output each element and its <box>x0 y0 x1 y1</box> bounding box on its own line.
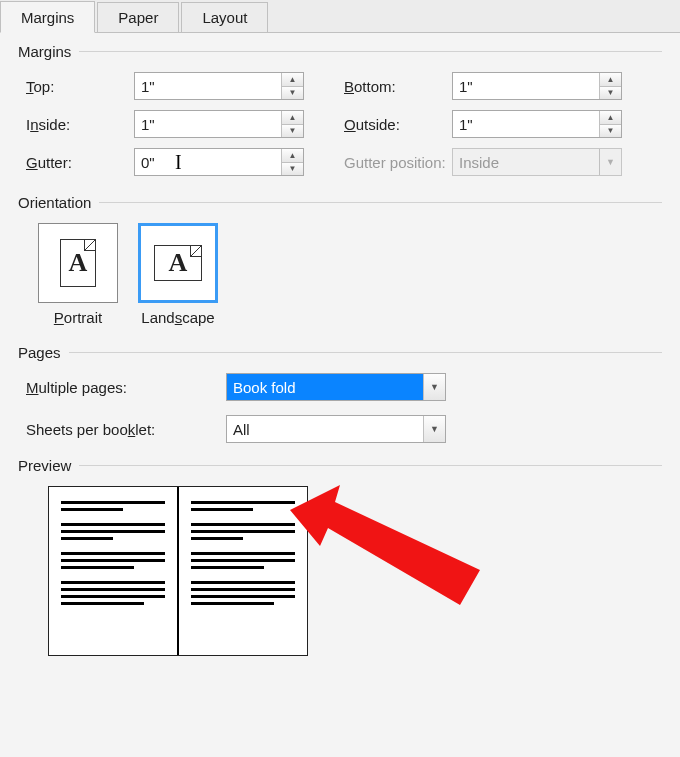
gutter-value[interactable]: 0"I <box>135 149 281 175</box>
spin-up-icon[interactable]: ▲ <box>600 111 621 124</box>
divider <box>69 352 662 353</box>
spin-down-icon[interactable]: ▼ <box>600 86 621 100</box>
portrait-label: Portrait <box>38 309 118 326</box>
chevron-down-icon: ▼ <box>599 149 621 175</box>
tab-margins[interactable]: Margins <box>0 1 95 33</box>
section-preview-label: Preview <box>18 457 71 474</box>
section-margins-label: Margins <box>18 43 71 60</box>
tab-bar: Margins Paper Layout <box>0 0 680 33</box>
gutter-label: Gutter: <box>26 154 134 171</box>
gutter-position-dropdown: Inside ▼ <box>452 148 622 176</box>
multiple-pages-dropdown[interactable]: Book fold ▼ <box>226 373 446 401</box>
spin-up-icon[interactable]: ▲ <box>282 73 303 86</box>
bottom-value[interactable]: 1" <box>453 73 599 99</box>
landscape-label: Landscape <box>138 309 218 326</box>
orientation-landscape[interactable]: A Landscape <box>138 223 218 326</box>
sheets-per-booklet-dropdown[interactable]: All ▼ <box>226 415 446 443</box>
gutter-position-value: Inside <box>453 149 599 175</box>
outside-value[interactable]: 1" <box>453 111 599 137</box>
gutter-spinner[interactable]: 0"I ▲▼ <box>134 148 304 176</box>
tab-layout[interactable]: Layout <box>181 2 268 32</box>
sheets-per-booklet-value: All <box>227 416 423 442</box>
section-orientation-label: Orientation <box>18 194 91 211</box>
page-portrait-icon: A <box>60 239 96 287</box>
spin-down-icon[interactable]: ▼ <box>282 124 303 138</box>
section-pages-label: Pages <box>18 344 61 361</box>
chevron-down-icon[interactable]: ▼ <box>423 416 445 442</box>
sheets-per-booklet-label: Sheets per booklet: <box>26 421 226 438</box>
gutter-position-label: Gutter position: <box>344 154 452 171</box>
preview-icon <box>48 486 308 656</box>
bottom-label: Bottom: <box>344 78 452 95</box>
spin-down-icon[interactable]: ▼ <box>282 86 303 100</box>
outside-spinner[interactable]: 1" ▲▼ <box>452 110 622 138</box>
divider <box>79 465 662 466</box>
text-cursor-icon: I <box>175 151 182 174</box>
outside-label: Outside: <box>344 116 452 133</box>
spin-up-icon[interactable]: ▲ <box>282 111 303 124</box>
divider <box>79 51 662 52</box>
inside-spinner[interactable]: 1" ▲▼ <box>134 110 304 138</box>
page-landscape-icon: A <box>154 245 202 281</box>
tab-paper[interactable]: Paper <box>97 2 179 32</box>
divider <box>99 202 662 203</box>
spin-down-icon[interactable]: ▼ <box>600 124 621 138</box>
spin-up-icon[interactable]: ▲ <box>282 149 303 162</box>
orientation-portrait[interactable]: A Portrait <box>38 223 118 326</box>
chevron-down-icon[interactable]: ▼ <box>423 374 445 400</box>
inside-label: Inside: <box>26 116 134 133</box>
top-label: Top: <box>26 78 134 95</box>
top-value[interactable]: 1" <box>135 73 281 99</box>
spin-down-icon[interactable]: ▼ <box>282 162 303 176</box>
spin-up-icon[interactable]: ▲ <box>600 73 621 86</box>
bottom-spinner[interactable]: 1" ▲▼ <box>452 72 622 100</box>
multiple-pages-label: Multiple pages: <box>26 379 226 396</box>
multiple-pages-value: Book fold <box>227 374 423 400</box>
inside-value[interactable]: 1" <box>135 111 281 137</box>
top-spinner[interactable]: 1" ▲▼ <box>134 72 304 100</box>
